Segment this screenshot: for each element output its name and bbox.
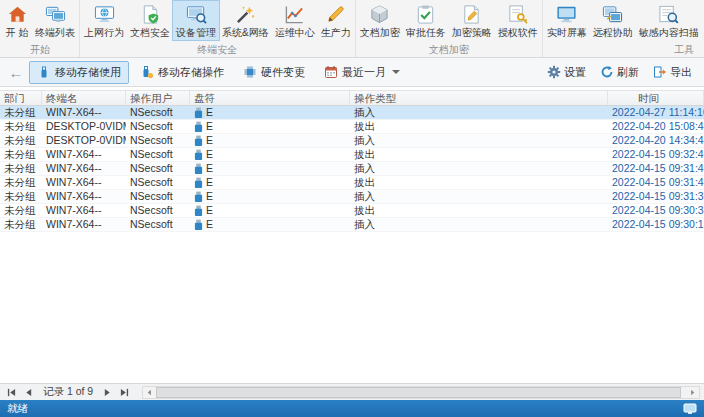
cell-terminal: WIN7-X64-- xyxy=(42,162,126,175)
column-header-drive[interactable]: 盘符 xyxy=(190,91,350,105)
ribbon-group-label: 开始 xyxy=(2,43,78,57)
cell-time: 2022-04-15 09:31:49 xyxy=(608,162,704,175)
column-header-action[interactable]: 操作类型 xyxy=(350,91,608,105)
ribbon: 开 始 终端列表 开始 上网行为 文档安全 xyxy=(0,0,704,58)
ribbon-item-web-behavior[interactable]: 上网行为 xyxy=(81,1,127,40)
table-row[interactable]: 未分组 WIN7-X64-- NSecsoft E 插入 2022-04-15 … xyxy=(0,190,704,204)
last-record-button[interactable] xyxy=(117,386,132,399)
realtime-screen-icon xyxy=(556,4,577,25)
secondary-toolbar: ← 移动存储使用 移动存储操作 硬件变更 最近一月 设置 刷新 xyxy=(0,58,704,87)
table-row[interactable]: 未分组 WIN7-X64-- NSecsoft E 插入 2022-04-15 … xyxy=(0,218,704,232)
refresh-label: 刷新 xyxy=(617,65,639,80)
refresh-button[interactable]: 刷新 xyxy=(594,63,645,82)
status-bar: 就绪 xyxy=(0,400,704,417)
cell-terminal: WIN7-X64-- xyxy=(42,106,126,119)
export-label: 导出 xyxy=(670,65,692,80)
table-row[interactable]: 未分组 WIN7-X64-- NSecsoft E 插入 2022-04-15 … xyxy=(0,162,704,176)
ribbon-item-remote-assist[interactable]: 远程协助 xyxy=(590,1,636,40)
ribbon-item-label: 加密策略 xyxy=(452,27,492,39)
filter-label: 移动存储使用 xyxy=(55,65,121,80)
usb-ops-icon xyxy=(140,65,154,79)
ribbon-group-start: 开 始 终端列表 开始 xyxy=(1,0,80,57)
cell-drive: E xyxy=(190,134,350,147)
hardware-icon xyxy=(243,65,257,79)
filter-removable-storage-operations[interactable]: 移动存储操作 xyxy=(132,61,232,84)
column-header-dept[interactable]: 部门 xyxy=(0,91,42,105)
table-row[interactable]: 未分组 DESKTOP-0VIDMDJ NSecsoft E 拔出 2022-0… xyxy=(0,120,704,134)
approval-tasks-icon xyxy=(415,4,436,25)
disk-icon xyxy=(194,149,203,161)
cell-time: 2022-04-15 09:30:34 xyxy=(608,204,704,217)
cell-dept: 未分组 xyxy=(0,190,42,203)
cell-dept: 未分组 xyxy=(0,106,42,119)
table-row[interactable]: 未分组 WIN7-X64-- NSecsoft E 拔出 2022-04-15 … xyxy=(0,176,704,190)
ribbon-item-label: 授权软件 xyxy=(498,27,538,39)
ribbon-item-authorized-software[interactable]: 授权软件 xyxy=(495,1,541,40)
horizontal-scrollbar[interactable] xyxy=(142,386,700,399)
next-record-button[interactable] xyxy=(100,386,115,399)
ribbon-item-home[interactable]: 开 始 xyxy=(2,1,32,40)
disk-icon xyxy=(194,219,203,231)
scroll-right-button[interactable] xyxy=(686,387,699,398)
date-range-dropdown[interactable]: 最近一月 xyxy=(316,61,408,84)
cell-action: 插入 xyxy=(350,134,608,147)
cell-drive: E xyxy=(190,106,350,119)
first-record-button[interactable] xyxy=(4,386,19,399)
home-icon xyxy=(7,4,28,25)
ribbon-group-document-encryption: 文档加密 审批任务 加密策略 授权软件 文档加密 xyxy=(356,0,543,57)
ribbon-item-document-encryption[interactable]: 文档加密 xyxy=(357,1,403,40)
cell-terminal: WIN7-X64-- xyxy=(42,190,126,203)
document-safety-icon xyxy=(140,4,161,25)
table-row[interactable]: 未分组 WIN7-X64-- NSecsoft E 拔出 2022-04-15 … xyxy=(0,204,704,218)
settings-button[interactable]: 设置 xyxy=(541,63,592,82)
cell-drive: E xyxy=(190,120,350,133)
filter-removable-storage-usage[interactable]: 移动存储使用 xyxy=(29,61,129,84)
app-window: 开 始 终端列表 开始 上网行为 文档安全 xyxy=(0,0,704,417)
ribbon-item-system-network[interactable]: 系统&网络 xyxy=(219,1,272,40)
ribbon-item-approval-tasks[interactable]: 审批任务 xyxy=(403,1,449,40)
cell-user: NSecsoft xyxy=(126,218,190,231)
cell-time: 2022-04-27 11:14:10 xyxy=(608,106,704,119)
cell-drive: E xyxy=(190,204,350,217)
ribbon-group-terminal-security: 上网行为 文档安全 设备管理 系统&网络 运维中心 xyxy=(80,0,356,57)
scroll-left-button[interactable] xyxy=(143,387,156,398)
ribbon-item-document-safety[interactable]: 文档安全 xyxy=(127,1,173,40)
ribbon-item-terminal-list[interactable]: 终端列表 xyxy=(32,1,78,40)
ribbon-group-tools: 实时屏幕 远程协助 敏感内容扫描 库&模板 报表中心 xyxy=(543,0,704,57)
ribbon-item-encryption-policy[interactable]: 加密策略 xyxy=(449,1,495,40)
export-button[interactable]: 导出 xyxy=(647,63,698,82)
cell-user: NSecsoft xyxy=(126,120,190,133)
ribbon-item-device-management[interactable]: 设备管理 xyxy=(173,1,219,40)
ribbon-item-realtime-screen[interactable]: 实时屏幕 xyxy=(544,1,590,40)
content-scan-icon xyxy=(658,4,679,25)
ribbon-group-label: 终端安全 xyxy=(81,43,354,57)
filter-hardware-changes[interactable]: 硬件变更 xyxy=(235,61,313,84)
back-button[interactable]: ← xyxy=(6,64,26,81)
table-row[interactable]: 未分组 DESKTOP-0VIDMDJ NSecsoft E 插入 2022-0… xyxy=(0,134,704,148)
cell-terminal: WIN7-X64-- xyxy=(42,148,126,161)
cell-user: NSecsoft xyxy=(126,204,190,217)
cell-dept: 未分组 xyxy=(0,176,42,189)
ribbon-group-label: 文档加密 xyxy=(357,43,541,57)
document-encryption-icon xyxy=(369,4,390,25)
encryption-policy-icon xyxy=(461,4,482,25)
cell-time: 2022-04-20 14:34:44 xyxy=(608,134,704,147)
cell-action: 插入 xyxy=(350,162,608,175)
scrollbar-thumb[interactable] xyxy=(156,387,680,398)
previous-record-button[interactable] xyxy=(21,386,36,399)
cell-user: NSecsoft xyxy=(126,134,190,147)
column-header-terminal[interactable]: 终端名 xyxy=(42,91,126,105)
ribbon-item-content-scan[interactable]: 敏感内容扫描 xyxy=(636,1,702,40)
ribbon-item-ops-center[interactable]: 运维中心 xyxy=(272,1,318,40)
table-row[interactable]: 未分组 WIN7-X64-- NSecsoft E 拔出 2022-04-15 … xyxy=(0,148,704,162)
column-header-time[interactable]: 时间 xyxy=(608,91,704,105)
column-header-user[interactable]: 操作用户 xyxy=(126,91,190,105)
calendar-icon xyxy=(324,65,338,79)
table-row[interactable]: 未分组 WIN7-X64-- NSecsoft E 插入 2022-04-27 … xyxy=(0,106,704,120)
cell-time: 2022-04-15 09:32:41 xyxy=(608,148,704,161)
cell-action: 插入 xyxy=(350,106,608,119)
ribbon-item-productivity[interactable]: 生产力 xyxy=(318,1,354,40)
scrollbar-track[interactable] xyxy=(156,387,686,398)
ops-center-icon xyxy=(284,4,305,25)
ribbon-item-label: 运维中心 xyxy=(275,27,315,39)
